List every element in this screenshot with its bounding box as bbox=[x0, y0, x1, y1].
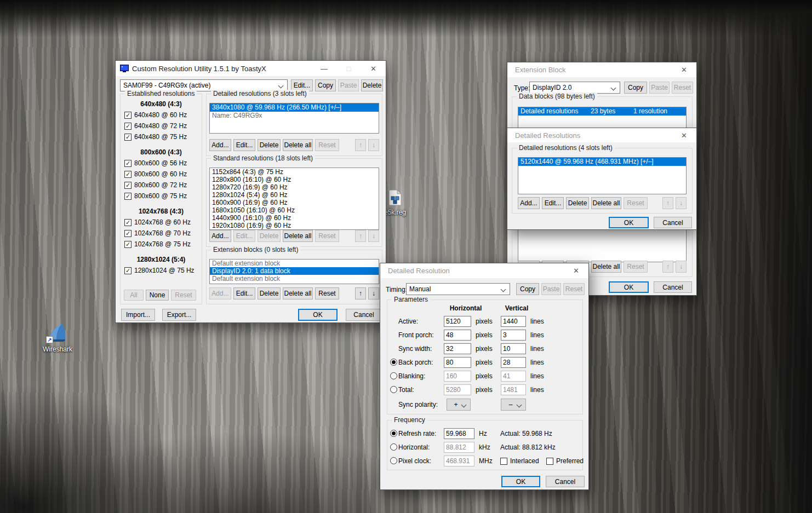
back-porch-vertical-input[interactable] bbox=[501, 357, 526, 368]
cru-titlebar[interactable]: Custom Resolution Utility 1.5.1 by Toast… bbox=[116, 61, 386, 76]
detailed-resolutions-list[interactable]: 5120x1440 @ 59.968 Hz (468.931 MHz) [+/–… bbox=[518, 157, 687, 194]
front-porch-vertical-input[interactable] bbox=[501, 330, 526, 341]
standard-delete-all-button[interactable]: Delete all bbox=[283, 230, 313, 242]
add-button[interactable]: Add... bbox=[518, 197, 540, 209]
sync-width-vertical-input[interactable] bbox=[501, 343, 526, 354]
preferred-checkbox[interactable]: Preferred bbox=[546, 457, 584, 465]
close-icon[interactable]: ✕ bbox=[564, 263, 588, 278]
ok-button[interactable]: OK bbox=[609, 217, 649, 228]
export-button[interactable]: Export... bbox=[162, 309, 196, 321]
edit-button[interactable]: Edit... bbox=[542, 197, 564, 209]
list-item[interactable]: 1280x1024 (5:4) @ 60 Hz bbox=[210, 191, 379, 199]
extension-blocks-list[interactable]: Default extension block DisplayID 2.0: 1… bbox=[209, 259, 379, 284]
front-porch-horizontal-input[interactable] bbox=[444, 330, 471, 341]
detailed-resolutions-list[interactable]: 3840x1080 @ 59.968 Hz (266.50 MHz) [+/–]… bbox=[209, 103, 379, 134]
move-up-button[interactable]: ↑ bbox=[355, 287, 366, 299]
cancel-button[interactable]: Cancel bbox=[654, 217, 692, 228]
standard-add-button[interactable]: Add... bbox=[209, 230, 231, 242]
copy-button[interactable]: Copy bbox=[624, 82, 647, 94]
detailed-resolution-titlebar[interactable]: Detailed Resolution ✕ bbox=[380, 263, 588, 278]
desktop-icon-wireshark[interactable]: ↗ Wireshark bbox=[41, 323, 75, 353]
vertical-column-header: Vertical bbox=[495, 304, 539, 312]
extension-block-titlebar[interactable]: Extension Block ✕ bbox=[507, 62, 696, 77]
checkbox-checked-icon: ✓ bbox=[124, 160, 131, 167]
horizontal-freq-radio[interactable] bbox=[390, 443, 397, 451]
established-item[interactable]: ✓800x600 @ 75 Hz bbox=[121, 191, 202, 201]
extension-delete-all-button[interactable]: Delete all bbox=[283, 287, 313, 299]
cancel-button[interactable]: Cancel bbox=[654, 281, 692, 293]
established-item[interactable]: ✓1024x768 @ 75 Hz bbox=[121, 239, 202, 250]
sync-width-horizontal-input[interactable] bbox=[444, 343, 471, 354]
total-radio[interactable] bbox=[390, 386, 397, 393]
import-button[interactable]: Import... bbox=[121, 309, 155, 321]
active-vertical-input[interactable] bbox=[501, 316, 526, 327]
standard-resolutions-list[interactable]: 1152x864 (4:3) @ 75 Hz 1280x800 (16:10) … bbox=[209, 168, 379, 230]
type-select[interactable]: DisplayID 2.0 bbox=[529, 82, 620, 94]
established-item[interactable]: ✓1024x768 @ 60 Hz bbox=[121, 217, 202, 228]
list-item-selected[interactable]: 3840x1080 @ 59.968 Hz (266.50 MHz) [+/–] bbox=[210, 103, 379, 112]
delete-display-button[interactable]: Delete bbox=[361, 79, 383, 91]
list-item[interactable]: Default extension block bbox=[210, 275, 379, 283]
list-item[interactable]: 1680x1050 (16:10) @ 60 Hz bbox=[210, 206, 379, 214]
list-item-selected[interactable]: Detailed resolutions 23 bytes 1 resoluti… bbox=[518, 107, 686, 116]
sync-polarity-horizontal-select[interactable]: + bbox=[447, 399, 471, 411]
extension-edit-button[interactable]: Edit... bbox=[233, 287, 255, 299]
close-icon[interactable]: ✕ bbox=[672, 128, 696, 142]
established-item[interactable]: ✓640x480 @ 60 Hz bbox=[121, 109, 202, 120]
delete-all-button[interactable]: Delete all bbox=[591, 197, 621, 209]
back-porch-horizontal-input[interactable] bbox=[444, 357, 471, 368]
list-item-selected[interactable]: DisplayID 2.0: 1 data block bbox=[210, 267, 379, 275]
move-down-button[interactable]: ↓ bbox=[368, 287, 379, 299]
list-item[interactable]: 1152x864 (4:3) @ 75 Hz bbox=[210, 168, 379, 176]
list-item[interactable]: 1440x900 (16:10) @ 60 Hz bbox=[210, 214, 379, 222]
list-item[interactable]: 1280x720 (16:9) @ 60 Hz bbox=[210, 183, 379, 191]
blanking-radio[interactable] bbox=[390, 372, 397, 379]
list-item-selected[interactable]: 5120x1440 @ 59.968 Hz (468.931 MHz) [+/–… bbox=[518, 158, 686, 166]
timing-select[interactable]: Manual bbox=[406, 283, 510, 295]
ok-button[interactable]: OK bbox=[298, 309, 338, 321]
pixel-clock-radio[interactable] bbox=[390, 457, 397, 464]
detailed-delete-button[interactable]: Delete bbox=[258, 139, 281, 151]
detailed-resolutions-titlebar[interactable]: Detailed Resolutions ✕ bbox=[507, 128, 696, 142]
established-item[interactable]: ✓640x480 @ 75 Hz bbox=[121, 131, 202, 142]
extension-blocks-group: Extension blocks (0 slots left) Default … bbox=[206, 250, 382, 304]
minimize-button[interactable]: — bbox=[312, 61, 336, 76]
cancel-button[interactable]: Cancel bbox=[346, 309, 382, 321]
established-item[interactable]: ✓800x600 @ 72 Hz bbox=[121, 180, 202, 191]
refresh-rate-input[interactable] bbox=[444, 428, 474, 439]
detailed-add-button[interactable]: Add... bbox=[209, 139, 231, 151]
list-item[interactable]: 1600x900 (16:9) @ 60 Hz bbox=[210, 199, 379, 206]
list-item[interactable]: 1280x800 (16:10) @ 60 Hz bbox=[210, 176, 379, 183]
delete-button[interactable]: Delete bbox=[566, 197, 589, 209]
extension-delete-button[interactable]: Delete bbox=[258, 287, 281, 299]
extension-reset-button[interactable]: Reset bbox=[315, 287, 339, 299]
back-porch-radio[interactable] bbox=[390, 359, 397, 366]
down-arrow-icon: ↓ bbox=[372, 233, 375, 239]
established-item[interactable]: ✓1280x1024 @ 75 Hz bbox=[121, 265, 202, 276]
established-item[interactable]: ✓1024x768 @ 70 Hz bbox=[121, 228, 202, 239]
established-item[interactable]: ✓800x600 @ 56 Hz bbox=[121, 158, 202, 169]
detailed-edit-button[interactable]: Edit... bbox=[233, 139, 255, 151]
pixel-clock-input bbox=[444, 456, 474, 466]
established-item[interactable]: ✓800x600 @ 60 Hz bbox=[121, 169, 202, 180]
group-label: Detailed resolutions (4 slots left) bbox=[517, 144, 615, 152]
interlaced-checkbox[interactable]: Interlaced bbox=[500, 457, 539, 465]
ok-button[interactable]: OK bbox=[609, 281, 649, 293]
cancel-button[interactable]: Cancel bbox=[546, 476, 585, 487]
copy-display-button[interactable]: Copy bbox=[315, 79, 336, 91]
list-item[interactable]: 1920x1080 (16:9) @ 60 Hz bbox=[210, 222, 379, 229]
param-row-front-porch: Front porch: pixels lines bbox=[387, 330, 582, 342]
close-icon[interactable]: ✕ bbox=[672, 62, 696, 77]
refresh-rate-radio[interactable] bbox=[390, 430, 397, 437]
established-item[interactable]: ✓640x480 @ 72 Hz bbox=[121, 120, 202, 131]
detailed-delete-all-button[interactable]: Delete all bbox=[283, 139, 313, 151]
copy-button[interactable]: Copy bbox=[516, 283, 539, 295]
active-horizontal-input[interactable] bbox=[444, 316, 471, 327]
list-item[interactable]: Default extension block bbox=[210, 260, 379, 267]
ok-button[interactable]: OK bbox=[501, 476, 540, 487]
established-none-button[interactable]: None bbox=[146, 290, 169, 301]
list-item[interactable]: Name: C49RG9x bbox=[210, 112, 379, 120]
close-icon[interactable]: ✕ bbox=[361, 61, 386, 76]
datablock-delete-all-button[interactable]: Delete all bbox=[591, 261, 621, 273]
sync-polarity-vertical-select[interactable]: – bbox=[501, 399, 526, 411]
